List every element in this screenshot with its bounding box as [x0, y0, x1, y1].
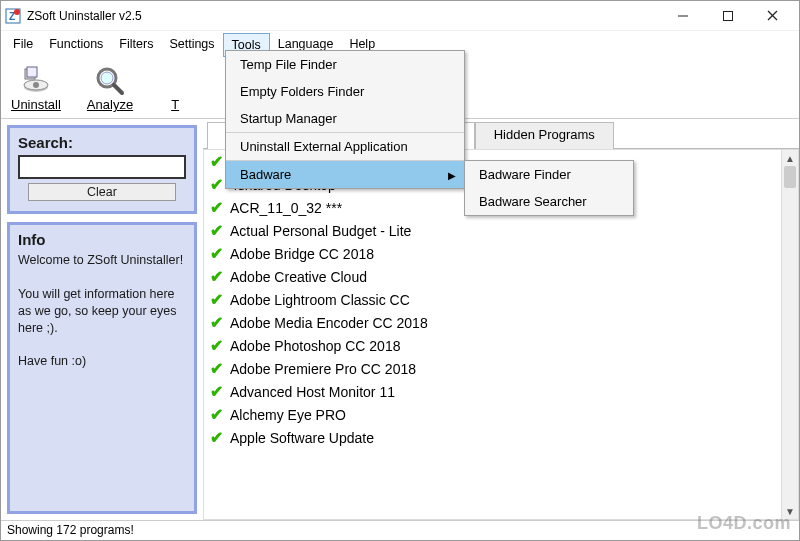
checkmark-icon: ✔	[210, 336, 230, 355]
checkmark-icon: ✔	[210, 221, 230, 240]
scroll-thumb[interactable]	[784, 166, 796, 188]
checkmark-icon: ✔	[210, 290, 230, 309]
window-controls	[660, 2, 795, 30]
dd-badware-finder[interactable]: Badware Finder	[465, 161, 633, 188]
info-text: Welcome to ZSoft Uninstaller! You will g…	[18, 252, 186, 370]
toolbar-uninstall-label: Uninstall	[11, 97, 61, 112]
list-item[interactable]: ✔Adobe Bridge CC 2018	[204, 242, 798, 265]
app-window: Z ZSoft Uninstaller v2.5 File Functions …	[0, 0, 800, 541]
svg-point-9	[33, 82, 39, 88]
info-line3: Have fun :o)	[18, 353, 186, 370]
list-item[interactable]: ✔Adobe Creative Cloud	[204, 265, 798, 288]
dd-uninstall-external[interactable]: Uninstall External Application	[226, 132, 464, 160]
checkmark-icon: ✔	[210, 198, 230, 217]
svg-rect-11	[27, 67, 37, 77]
dd-temp-file-finder[interactable]: Temp File Finder	[226, 51, 464, 78]
uninstall-icon	[20, 65, 52, 97]
toolbar-analyze-label: Analyze	[87, 97, 133, 112]
badware-submenu: Badware Finder Badware Searcher	[464, 160, 634, 216]
temp-icon	[159, 65, 191, 97]
info-title: Info	[18, 231, 186, 248]
info-line2: You will get information here as we go, …	[18, 286, 186, 337]
list-item[interactable]: ✔Adobe Premiere Pro CC 2018	[204, 357, 798, 380]
close-button[interactable]	[750, 2, 795, 30]
list-item[interactable]: ✔Apple Software Update	[204, 426, 798, 449]
scroll-down-icon[interactable]: ▼	[782, 503, 798, 519]
program-name: ACR_11_0_32 ***	[230, 200, 342, 216]
menu-settings[interactable]: Settings	[161, 33, 222, 57]
program-name: Adobe Media Encoder CC 2018	[230, 315, 428, 331]
search-panel: Search: Clear	[7, 125, 197, 214]
search-label: Search:	[18, 134, 186, 151]
menu-file[interactable]: File	[5, 33, 41, 57]
program-name: Advanced Host Monitor 11	[230, 384, 395, 400]
program-name: Adobe Bridge CC 2018	[230, 246, 374, 262]
info-panel: Info Welcome to ZSoft Uninstaller! You w…	[7, 222, 197, 514]
checkmark-icon: ✔	[210, 244, 230, 263]
tools-dropdown: Temp File Finder Empty Folders Finder St…	[225, 50, 465, 189]
checkmark-icon: ✔	[210, 359, 230, 378]
dd-badware-label: Badware	[240, 167, 291, 182]
scroll-up-icon[interactable]: ▲	[782, 150, 798, 166]
list-item[interactable]: ✔Adobe Media Encoder CC 2018	[204, 311, 798, 334]
dd-badware-searcher[interactable]: Badware Searcher	[465, 188, 633, 215]
dd-startup-manager[interactable]: Startup Manager	[226, 105, 464, 132]
checkmark-icon: ✔	[210, 313, 230, 332]
maximize-button[interactable]	[705, 2, 750, 30]
clear-button[interactable]: Clear	[28, 183, 176, 201]
checkmark-icon: ✔	[210, 405, 230, 424]
minimize-button[interactable]	[660, 2, 705, 30]
program-name: Adobe Lightroom Classic CC	[230, 292, 410, 308]
list-item[interactable]: ✔Advanced Host Monitor 11	[204, 380, 798, 403]
search-input[interactable]	[18, 155, 186, 179]
menu-functions[interactable]: Functions	[41, 33, 111, 57]
titlebar: Z ZSoft Uninstaller v2.5	[1, 1, 799, 31]
program-name: Actual Personal Budget - Lite	[230, 223, 411, 239]
list-item[interactable]: ✔Adobe Photoshop CC 2018	[204, 334, 798, 357]
status-text: Showing 172 programs!	[7, 523, 134, 537]
tab-hidden-programs[interactable]: Hidden Programs	[475, 122, 614, 149]
analyze-icon	[94, 65, 126, 97]
app-icon: Z	[5, 8, 21, 24]
toolbar-temp-label: T	[171, 97, 179, 112]
left-column: Search: Clear Info Welcome to ZSoft Unin…	[1, 119, 203, 520]
toolbar-analyze[interactable]: Analyze	[87, 65, 133, 112]
submenu-arrow-icon: ▶	[448, 169, 456, 180]
vertical-scrollbar[interactable]: ▲ ▼	[781, 150, 798, 519]
checkmark-icon: ✔	[210, 382, 230, 401]
svg-point-2	[14, 9, 20, 15]
program-name: Adobe Premiere Pro CC 2018	[230, 361, 416, 377]
info-line1: Welcome to ZSoft Uninstaller!	[18, 252, 186, 269]
statusbar: Showing 172 programs!	[1, 520, 799, 540]
program-name: Alchemy Eye PRO	[230, 407, 346, 423]
toolbar-uninstall[interactable]: Uninstall	[11, 65, 61, 112]
dd-badware[interactable]: Badware ▶ Badware Finder Badware Searche…	[226, 160, 464, 188]
checkmark-icon: ✔	[210, 428, 230, 447]
svg-rect-4	[723, 11, 732, 20]
dd-empty-folders-finder[interactable]: Empty Folders Finder	[226, 78, 464, 105]
toolbar-temp[interactable]: T	[159, 65, 191, 112]
svg-point-13	[101, 72, 113, 84]
checkmark-icon: ✔	[210, 267, 230, 286]
program-name: Adobe Creative Cloud	[230, 269, 367, 285]
svg-line-14	[114, 85, 122, 93]
list-item[interactable]: ✔Alchemy Eye PRO	[204, 403, 798, 426]
program-name: Apple Software Update	[230, 430, 374, 446]
program-name: Adobe Photoshop CC 2018	[230, 338, 400, 354]
list-item[interactable]: ✔Adobe Lightroom Classic CC	[204, 288, 798, 311]
menu-filters[interactable]: Filters	[111, 33, 161, 57]
window-title: ZSoft Uninstaller v2.5	[27, 9, 660, 23]
list-item[interactable]: ✔Actual Personal Budget - Lite	[204, 219, 798, 242]
